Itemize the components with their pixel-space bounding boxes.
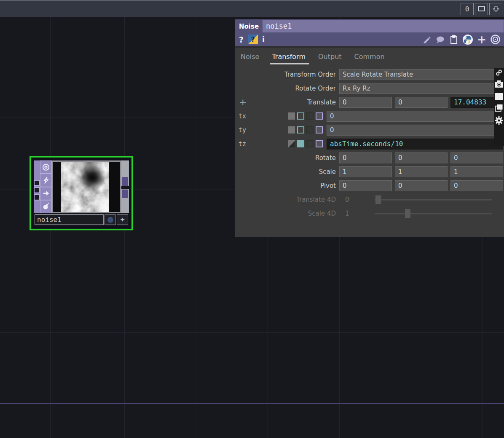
export-mode-toggle[interactable] [306,112,314,120]
scale4d-value[interactable]: 1 [345,208,349,219]
node-color-badge[interactable] [105,214,116,225]
python-icon[interactable] [462,34,473,45]
param-row-rotate-order: Rotate Order Rx Ry Rz [235,83,504,97]
comment-icon[interactable] [435,35,445,44]
export-mode-toggle[interactable] [306,126,314,134]
rotate-y-field[interactable]: 0 [395,152,448,163]
python-help-icon[interactable]: ? [248,35,258,44]
input-connector[interactable] [34,187,40,193]
output-connector[interactable] [122,190,128,198]
param-label[interactable]: Transform Order [235,69,339,80]
pivot-y-field[interactable]: 0 [395,180,448,191]
info-icon[interactable]: i [262,35,265,44]
operator-type-label: Noise [235,23,263,30]
tab-output[interactable]: Output [317,49,343,64]
scale-z-field[interactable]: 1 [450,166,503,177]
tab-noise[interactable]: Noise [240,49,260,64]
tab-transform[interactable]: Transform [271,49,306,64]
output-notch [121,186,129,189]
pivot-x-field[interactable]: 0 [339,180,392,191]
operator-name-input[interactable]: noise1 [263,20,504,32]
expression-mode-toggle[interactable] [297,112,304,120]
param-label[interactable]: Scale [235,166,339,177]
viewer-icon [42,163,50,171]
tab-common[interactable]: Common [354,49,386,64]
top-toolbar: 0 [0,0,504,17]
gear-icon[interactable] [494,116,504,125]
camera-icon[interactable] [494,80,504,89]
slider-handle[interactable] [375,195,381,204]
layered-square-icon[interactable] [495,104,503,112]
translate-y-field[interactable]: 0 [395,97,448,108]
bind-mode-toggle[interactable] [316,126,323,134]
side-toolbar [494,68,504,146]
slider-handle[interactable] [405,209,410,218]
param-row-pivot: Pivot 0 0 0 [235,180,504,194]
clipboard-icon[interactable] [449,35,458,45]
bind-mode-toggle[interactable] [316,140,323,147]
dot-indicator [107,217,113,223]
channel-label-tx[interactable]: tx [239,111,246,122]
ty-value-field[interactable]: 0 [327,125,503,136]
output-connector[interactable] [122,177,128,186]
window-maximize-button[interactable] [475,3,488,15]
constant-mode-toggle[interactable] [288,126,295,134]
rotate-order-dropdown[interactable]: Rx Ry Rz [339,83,503,94]
translate4d-slider[interactable] [375,199,492,200]
input-connector[interactable] [34,180,40,186]
rotate-z-field[interactable]: 0 [450,152,503,163]
channel-row-tx: tx 0 [235,111,504,125]
tx-value-field[interactable]: 0 [327,111,503,122]
export-flag-button[interactable] [40,187,52,200]
viewer-letterbox [109,162,120,212]
input-connector[interactable] [34,194,40,200]
node-comment-badge[interactable]: ✦ [117,214,128,225]
cook-flag-button[interactable] [40,200,52,213]
scale-y-field[interactable]: 1 [395,166,448,177]
network-origin-line [0,403,504,404]
param-label[interactable]: Translate 4D [235,194,339,205]
param-label[interactable]: Pivot [235,180,339,191]
translate4d-value[interactable]: 0 [345,194,349,205]
expand-channels-button[interactable]: + [239,98,247,107]
transform-order-dropdown[interactable]: Scale Rotate Translate [339,69,503,80]
constant-mode-toggle[interactable] [288,140,295,147]
parameter-header: Noise noise1 [235,19,504,33]
viewer-letterbox [53,162,61,212]
translate-x-field[interactable]: 0 [339,97,392,108]
scale4d-slider[interactable] [375,213,492,214]
bind-mode-toggle[interactable] [316,112,323,120]
export-mode-toggle[interactable] [306,140,314,147]
node-noise1[interactable]: noise1 ✦ [29,156,133,230]
param-row-translate: + Translate 0 0 17.04833 [235,97,504,111]
constant-mode-toggle[interactable] [288,112,295,120]
link-icon[interactable] [496,69,502,76]
status-count-button[interactable]: 0 [461,3,474,15]
expression-mode-toggle[interactable] [297,126,304,134]
rotate-x-field[interactable]: 0 [339,152,392,163]
pivot-z-field[interactable]: 0 [450,180,503,191]
parameter-dialog: Noise noise1 ? ? i [235,19,504,237]
arrow-icon [42,190,50,197]
target-icon[interactable] [490,34,501,45]
solid-square-icon[interactable] [495,93,503,100]
expression-mode-toggle[interactable] [297,140,304,147]
node-viewer[interactable] [52,160,121,213]
dock-down-button[interactable] [489,3,502,15]
help-icon[interactable]: ? [239,35,244,44]
viewer-flag-button[interactable] [40,160,52,174]
node-name-field[interactable]: noise1 [35,214,104,225]
channel-label-tz[interactable]: tz [239,139,246,150]
param-label[interactable]: Rotate Order [235,83,339,94]
param-label[interactable]: Translate [235,97,339,108]
lightning-icon [42,176,50,184]
channel-label-ty[interactable]: ty [239,125,246,136]
param-label[interactable]: Rotate [235,152,339,163]
pencil-icon[interactable] [422,35,432,44]
param-label[interactable]: Scale 4D [235,208,339,219]
channel-row-tz: tz absTime.seconds/10 [235,139,504,152]
tz-expression-field[interactable]: absTime.seconds/10 [327,139,503,150]
scale-x-field[interactable]: 1 [339,166,392,177]
plus-icon[interactable]: + [477,35,486,44]
bypass-flag-button[interactable] [40,174,52,187]
